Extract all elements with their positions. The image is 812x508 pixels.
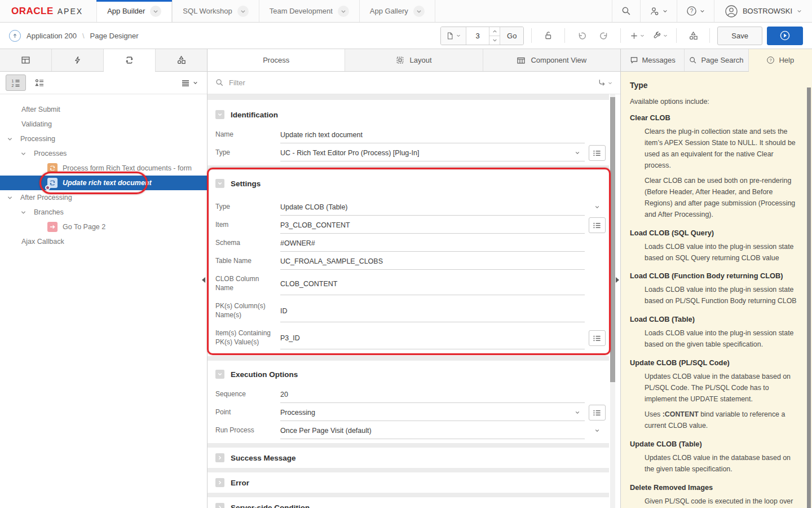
stepper-up-icon[interactable]	[489, 27, 500, 36]
tree-chevron-icon[interactable]	[7, 195, 13, 201]
help-scrollbar-thumb[interactable]	[807, 87, 811, 508]
success-message-section-header[interactable]: Success Message	[208, 448, 609, 468]
page-designer-window: ORACLE APEX App Builder SQL Workshop Tea…	[0, 0, 812, 508]
order-by-sequence-button[interactable]: 12	[6, 75, 26, 91]
clob-column-name-input[interactable]: CLOB_CONTENT	[280, 273, 585, 295]
tab-dynamic-actions[interactable]	[52, 49, 104, 71]
schema-input[interactable]: #OWNER#	[280, 235, 585, 252]
tab-component-view[interactable]: Component View	[483, 49, 620, 71]
chevron-down-icon[interactable]	[413, 6, 425, 17]
list-of-values-button[interactable]	[589, 145, 606, 161]
redo-icon[interactable]	[595, 27, 613, 44]
tree-chevron-icon[interactable]	[20, 209, 27, 216]
breadcrumb-application[interactable]: Application 200	[27, 32, 77, 40]
create-menu-button[interactable]	[628, 27, 646, 44]
field-row-point: Point Processing	[215, 404, 609, 422]
tab-shared-components[interactable]	[156, 49, 207, 71]
chevron-down-icon[interactable]	[237, 6, 249, 17]
tree-item-update-rich-text-document[interactable]: Update rich text document	[0, 176, 207, 190]
tree-item-after-submit[interactable]: After Submit	[0, 102, 207, 117]
table-name-input[interactable]: UC_FROALA_SAMPLE_CLOBS	[280, 253, 585, 270]
tab-help[interactable]: ? Help	[749, 49, 812, 71]
chevron-down-icon[interactable]	[338, 6, 349, 17]
field-label: Schema	[215, 239, 280, 248]
field-row-settings-type: Type Update CLOB (Table)	[215, 198, 609, 216]
tree-item-validating[interactable]: Validating	[0, 117, 207, 132]
tree-item-process-form[interactable]: Process form Rich Text documents - form	[0, 161, 207, 176]
expand-chevron-icon[interactable]	[215, 478, 224, 487]
name-input[interactable]: Update rich text document	[280, 126, 585, 143]
help-content: Type Available options include: Clear CL…	[621, 72, 812, 508]
sequence-input[interactable]: 20	[280, 386, 585, 403]
expand-chevron-icon[interactable]	[215, 453, 224, 462]
pk-columns-input[interactable]: ID	[280, 300, 585, 322]
tree-item-go-to-page-2[interactable]: Go To Page 2	[0, 220, 207, 234]
global-search-button[interactable]	[612, 0, 640, 22]
tab-rendering[interactable]	[0, 49, 52, 71]
items-containing-pk-input[interactable]: P3_ID	[280, 327, 585, 349]
nav-tab-sql-workshop[interactable]: SQL Workshop	[172, 0, 258, 22]
help-menu-button[interactable]: ?	[677, 0, 714, 22]
page-number-field[interactable]: 3	[466, 27, 489, 45]
server-side-condition-section-header[interactable]: Server-side Condition	[208, 497, 609, 508]
collapse-chevron-icon[interactable]	[215, 179, 224, 188]
collapse-left-panel-icon[interactable]	[202, 277, 205, 283]
page-unlock-icon[interactable]	[539, 27, 557, 44]
tree-item-processes[interactable]: Processes	[0, 146, 207, 161]
tree-item-branches[interactable]: Branches	[0, 205, 207, 220]
identification-header[interactable]: Identification	[215, 107, 609, 122]
page-finder-button[interactable]	[441, 27, 466, 45]
tree-item-after-processing[interactable]: After Processing	[0, 190, 207, 205]
chevron-down-icon[interactable]	[150, 6, 161, 17]
collapse-chevron-icon[interactable]	[215, 370, 224, 379]
user-menu-button[interactable]: BOSTROWSKI	[714, 0, 812, 22]
tab-layout[interactable]: Layout	[345, 49, 483, 71]
undo-icon[interactable]	[572, 27, 590, 44]
tree-menu-button[interactable]	[181, 78, 201, 87]
save-and-run-button[interactable]	[767, 27, 803, 45]
go-to-group-button[interactable]	[598, 78, 612, 87]
nav-tab-app-gallery[interactable]: App Gallery	[359, 0, 435, 22]
tab-process[interactable]: Process	[208, 49, 345, 71]
list-of-values-button[interactable]	[589, 330, 606, 346]
filter-input[interactable]	[229, 78, 593, 87]
field-label: Run Process	[215, 426, 280, 435]
center-scrollbar[interactable]	[610, 94, 615, 508]
run-process-select[interactable]: Once Per Page Visit (default)	[280, 422, 585, 439]
tree-item-processing[interactable]: Processing	[0, 132, 207, 146]
execution-options-header[interactable]: Execution Options	[215, 366, 609, 382]
identification-type-select[interactable]: UC - Rich Text Editor Pro (Process) [Plu…	[280, 144, 585, 161]
property-editor-content: Identification Name Update rich text doc…	[208, 94, 609, 508]
center-scrollbar-thumb[interactable]	[610, 97, 615, 382]
collapse-chevron-icon[interactable]	[215, 110, 224, 119]
shared-components-icon[interactable]	[684, 27, 702, 44]
order-by-type-button[interactable]	[29, 75, 50, 91]
page-selector-group: 3 Go	[440, 27, 524, 45]
toolbar-divider	[620, 28, 621, 43]
save-button[interactable]: Save	[717, 27, 762, 45]
go-up-icon[interactable]	[9, 30, 21, 42]
list-of-values-button[interactable]	[589, 217, 606, 233]
expand-chevron-icon[interactable]	[215, 503, 224, 508]
tree-chevron-icon[interactable]	[20, 151, 27, 157]
nav-tab-team-development[interactable]: Team Development	[259, 0, 359, 22]
utilities-menu-button[interactable]	[651, 27, 669, 44]
tree-item-ajax-callback[interactable]: Ajax Callback	[0, 234, 207, 249]
list-of-values-button[interactable]	[589, 405, 606, 421]
settings-header[interactable]: Settings	[215, 176, 609, 191]
go-button[interactable]: Go	[500, 27, 523, 45]
item-input[interactable]: P3_CLOB_CONTENT	[280, 217, 585, 234]
point-select[interactable]: Processing	[280, 404, 585, 421]
nav-tab-app-builder[interactable]: App Builder	[96, 0, 172, 22]
tree-chevron-icon[interactable]	[7, 136, 13, 142]
administration-menu-button[interactable]	[640, 0, 677, 22]
select-chevron-icon[interactable]	[594, 428, 600, 433]
settings-type-select[interactable]: Update CLOB (Table)	[280, 199, 585, 216]
collapse-right-panel-icon[interactable]	[616, 277, 619, 283]
error-section-header[interactable]: Error	[208, 472, 609, 493]
tab-messages[interactable]: Messages	[621, 49, 685, 71]
tab-page-search[interactable]: Page Search	[685, 49, 748, 71]
stepper-down-icon[interactable]	[489, 36, 500, 45]
select-chevron-icon[interactable]	[594, 204, 600, 210]
tab-processing[interactable]	[104, 49, 156, 71]
